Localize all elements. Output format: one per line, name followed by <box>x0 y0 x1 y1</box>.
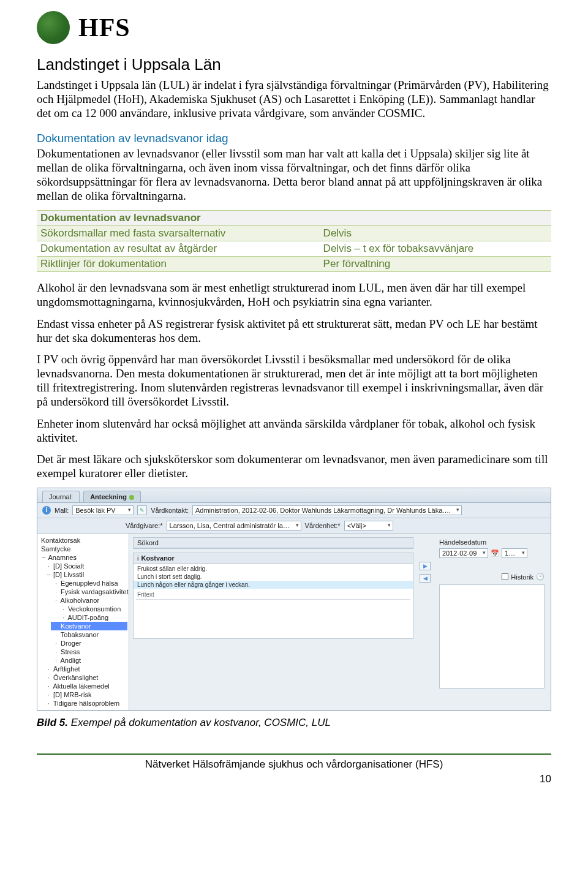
table-cell: Per förvaltning <box>320 257 551 272</box>
tree-item[interactable]: · Alkoholvanor <box>51 596 127 605</box>
list-item[interactable]: Frukost sällan eller aldrig. <box>134 565 413 573</box>
caption-lead: Bild 5. <box>37 717 68 728</box>
calendar-icon[interactable]: 📅 <box>491 549 499 557</box>
footer-rule <box>37 753 551 755</box>
tab-anteckning-label: Anteckning <box>90 493 127 500</box>
tree-item[interactable]: · Överkänslighet <box>43 673 127 682</box>
tree-item[interactable]: · Egenupplevd hälsa <box>51 579 127 587</box>
vardgivare-label: Vårdgivare:* <box>126 522 163 529</box>
fritext-label: Fritext <box>134 590 413 599</box>
vardkontakt-dropdown[interactable]: Administration, 2012-02-06, Doktor Wahlu… <box>192 505 462 515</box>
tree-item[interactable]: · Tobaksvanor <box>51 630 127 639</box>
tree-item[interactable]: · Fysisk vardagsaktivitet <box>51 587 127 596</box>
list-item[interactable]: Lunch i stort sett daglig. <box>134 573 413 581</box>
tree-item[interactable]: · AUDIT-poäng <box>58 613 127 622</box>
tab-anteckning[interactable]: Anteckning <box>83 491 141 502</box>
historik-checkbox[interactable] <box>502 573 508 580</box>
table-cell: Dokumentation av resultat av åtgärder <box>37 241 320 257</box>
logo-text: HFS <box>78 13 130 42</box>
paragraph-2: Alkohol är den levnadsvana som är mest e… <box>37 281 551 309</box>
tree-panel: KontaktorsakSamtycke− Anamnes· [D] Socia… <box>37 534 129 710</box>
cosmic-screenshot: Journal: Anteckning i Mall: Besök läk PV… <box>37 488 551 711</box>
sokord-head: Sökord <box>134 538 413 548</box>
tree-item[interactable]: · Stress <box>51 648 127 656</box>
historik-label: Historik <box>511 573 533 581</box>
tree-item[interactable]: − Anamnes <box>39 553 127 562</box>
date-field[interactable]: 2012-02-09 <box>439 548 488 558</box>
page-number: 10 <box>540 773 551 785</box>
figure-caption: Bild 5. Exempel på dokumentation av kost… <box>37 717 551 729</box>
mall-dropdown[interactable]: Besök läk PV <box>72 505 134 515</box>
vardgivare-dropdown[interactable]: Larsson, Lisa, Central administratör lal… <box>167 521 301 531</box>
vardenhet-dropdown[interactable]: <Välj> <box>344 521 393 531</box>
tab-journal[interactable]: Journal: <box>42 491 80 502</box>
tree-item[interactable]: · [D] Socialt <box>43 562 127 570</box>
paragraph-3: Endast vissa enheter på AS registrerar f… <box>37 317 551 345</box>
page-title: Landstinget i Uppsala Län <box>37 55 551 74</box>
table-cell: Riktlinjer för dokumentation <box>37 257 320 272</box>
table-cell: Sökordsmallar med fasta svarsalternativ <box>37 226 320 241</box>
paragraph-5: Enheter inom slutenvård har också möjlig… <box>37 417 551 445</box>
history-icon[interactable]: 🕑 <box>536 573 545 581</box>
info-icon: i <box>42 506 51 515</box>
tree-item[interactable]: Kontaktorsak <box>39 536 127 545</box>
info-icon: i <box>137 554 138 562</box>
logo-row: HFS <box>37 11 551 44</box>
caption-rest: Exempel på dokumentation av kostvanor, C… <box>68 717 331 728</box>
arrow-right-icon[interactable]: ▶ <box>420 562 431 570</box>
status-dot-icon <box>129 495 134 500</box>
list-item[interactable]: Lunch någon eller några gånger i veckan. <box>134 581 413 589</box>
intro-paragraph: Landstinget i Uppsala län (LUL) är indel… <box>37 78 551 121</box>
sokord-box: Sökord <box>133 537 413 549</box>
paragraph-4: I PV och övrig öppenvård har man översök… <box>37 352 551 409</box>
tree-item[interactable]: · Droger <box>51 639 127 648</box>
kostvanor-box: iKostvanor Frukost sällan eller aldrig. … <box>133 553 413 639</box>
tree-item[interactable]: · Veckokonsumtion <box>58 605 127 613</box>
table-cell: Delvis – t ex för tobaksavvänjare <box>320 241 551 257</box>
arrow-left-icon[interactable]: ◀ <box>420 574 431 583</box>
handelse-label: Händelsedatum <box>437 537 547 547</box>
tree-item[interactable]: · Tidigare hälsoproblem <box>43 699 127 708</box>
time-field[interactable]: 14:07 <box>502 548 527 558</box>
edit-icon[interactable]: ✎ <box>137 505 147 515</box>
mall-label: Mall: <box>55 507 69 514</box>
right-empty-panel <box>439 584 545 689</box>
logo-icon <box>37 11 70 44</box>
tree-item[interactable]: · Andligt <box>51 656 127 665</box>
vardenhet-label: Vårdenhet:* <box>305 522 341 529</box>
table-cell: Delvis <box>320 226 551 241</box>
tree-item[interactable]: · Kostvanor <box>51 622 127 630</box>
paragraph-6: Det är mest läkare och sjuksköterskor so… <box>37 452 551 480</box>
dokumentation-table: Dokumentation av levnadsvanor Sökordsmal… <box>37 210 551 272</box>
tree-item[interactable]: · [D] MRB-risk <box>43 690 127 699</box>
tree-item[interactable]: Samtycke <box>39 545 127 553</box>
tree-item[interactable]: − [D] Livsstil <box>43 570 127 579</box>
subheading-dokumentation: Dokumentation av levnadsvanor idag <box>37 132 551 145</box>
footer-text: Nätverket Hälsofrämjande sjukhus och vår… <box>37 758 551 771</box>
vardkontakt-label: Vårdkontakt: <box>151 507 189 514</box>
paragraph-1: Dokumentationen av levnadsvanor (eller l… <box>37 146 551 203</box>
fritext-area[interactable] <box>136 599 410 636</box>
tree-item[interactable]: · Ärftlighet <box>43 665 127 673</box>
table-header: Dokumentation av levnadsvanor <box>37 211 551 226</box>
tree-item[interactable]: · Aktuella läkemedel <box>43 682 127 690</box>
kostvanor-label: Kostvanor <box>141 554 174 562</box>
